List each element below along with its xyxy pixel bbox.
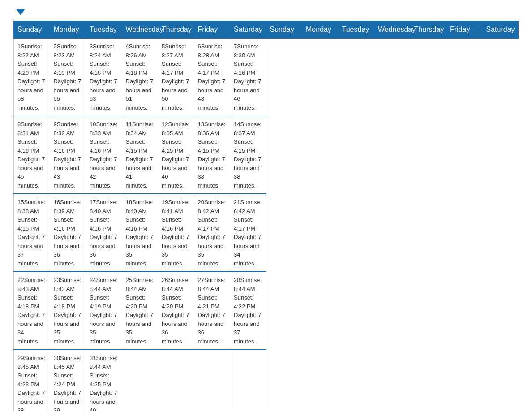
day-number: 23 [54,277,60,283]
sunrise-text: Sunrise: 8:31 AM [17,121,42,137]
day-number: 12 [162,121,168,128]
daylight-text: Daylight: 7 hours and 35 minutes. [54,312,81,345]
calendar-cell: 16Sunrise: 8:39 AMSunset: 4:16 PMDayligh… [50,194,86,272]
header-friday: Friday [194,21,230,39]
daylight-text: Daylight: 7 hours and 40 minutes. [162,156,189,189]
logo-general [13,9,25,14]
day-number: 21 [234,199,240,206]
sunrise-text: Sunrise: 8:32 AM [54,121,78,137]
day-number: 11 [126,121,132,128]
calendar-cell [194,350,230,411]
sunset-text: Sunset: 4:19 PM [54,60,75,76]
sunset-text: Sunset: 4:15 PM [126,138,147,154]
sunset-text: Sunset: 4:15 PM [198,138,219,154]
daylight-text: Daylight: 7 hours and 34 minutes. [17,312,45,345]
sunset-text: Sunset: 4:24 PM [54,372,75,388]
daylight-text: Daylight: 7 hours and 35 minutes. [162,234,189,267]
daylight-text: Daylight: 7 hours and 45 minutes. [17,156,45,189]
header-saturday: Saturday [230,21,266,39]
week-row-4: 22Sunrise: 8:43 AMSunset: 4:18 PMDayligh… [14,272,519,350]
daylight-text: Daylight: 7 hours and 53 minutes. [90,78,117,111]
header-thursday: Thursday [158,21,194,39]
calendar-cell: 27Sunrise: 8:44 AMSunset: 4:21 PMDayligh… [194,272,230,350]
sunset-text: Sunset: 4:17 PM [234,216,255,232]
sunset-text: Sunset: 4:16 PM [17,138,39,154]
calendar-cell: 22Sunrise: 8:43 AMSunset: 4:18 PMDayligh… [14,272,50,350]
col-header-tuesday: Tuesday [338,21,374,39]
sunset-text: Sunset: 4:16 PM [54,216,75,232]
daylight-text: Daylight: 7 hours and 55 minutes. [54,78,81,111]
sunset-text: Sunset: 4:16 PM [162,216,183,232]
calendar-cell: 13Sunrise: 8:36 AMSunset: 4:15 PMDayligh… [194,116,230,194]
day-number: 29 [17,355,24,361]
day-number: 14 [234,121,240,128]
col-header-wednesday: Wednesday [374,21,411,39]
calendar-cell: 6Sunrise: 8:28 AMSunset: 4:17 PMDaylight… [194,39,230,116]
calendar-cell: 1Sunrise: 8:22 AMSunset: 4:20 PMDaylight… [14,39,50,116]
sunset-text: Sunset: 4:16 PM [90,138,111,154]
sunset-text: Sunset: 4:20 PM [17,60,39,76]
page-header [13,9,519,13]
daylight-text: Daylight: 7 hours and 36 minutes. [162,312,189,345]
calendar-cell: 29Sunrise: 8:45 AMSunset: 4:23 PMDayligh… [14,350,50,411]
sunrise-text: Sunrise: 8:27 AM [162,43,186,59]
daylight-text: Daylight: 7 hours and 43 minutes. [54,156,81,189]
logo [13,9,25,13]
sunset-text: Sunset: 4:19 PM [90,294,111,310]
calendar-cell: 14Sunrise: 8:37 AMSunset: 4:15 PMDayligh… [230,116,266,194]
daylight-text: Daylight: 7 hours and 36 minutes. [54,234,81,267]
col-header-friday: Friday [446,21,483,39]
calendar-cell: 4Sunrise: 8:26 AMSunset: 4:18 PMDaylight… [122,39,158,116]
calendar-cell: 31Sunrise: 8:44 AMSunset: 4:25 PMDayligh… [86,350,122,411]
week-row-2: 8Sunrise: 8:31 AMSunset: 4:16 PMDaylight… [14,116,519,194]
sunrise-text: Sunrise: 8:28 AM [198,43,223,59]
sunset-text: Sunset: 4:17 PM [198,216,219,232]
sunset-text: Sunset: 4:15 PM [17,216,39,232]
sunset-text: Sunset: 4:16 PM [90,216,111,232]
sunset-text: Sunset: 4:20 PM [126,294,147,310]
daylight-text: Daylight: 7 hours and 50 minutes. [162,78,189,111]
sunset-text: Sunset: 4:16 PM [126,216,147,232]
sunset-text: Sunset: 4:16 PM [234,60,255,76]
daylight-text: Daylight: 7 hours and 36 minutes. [198,312,225,345]
day-number: 10 [90,121,96,128]
calendar-cell: 5Sunrise: 8:27 AMSunset: 4:17 PMDaylight… [158,39,194,116]
calendar-table: SundayMondayTuesdayWednesdayThursdayFrid… [13,21,519,411]
sunrise-text: Sunrise: 8:22 AM [17,43,42,59]
daylight-text: Daylight: 7 hours and 35 minutes. [198,234,225,267]
sunset-text: Sunset: 4:15 PM [234,138,255,154]
calendar-cell: 10Sunrise: 8:33 AMSunset: 4:16 PMDayligh… [86,116,122,194]
day-number: 17 [90,199,96,206]
sunset-text: Sunset: 4:17 PM [198,60,219,76]
day-number: 28 [234,277,240,283]
sunset-text: Sunset: 4:21 PM [198,294,219,310]
day-number: 24 [90,277,96,283]
day-number: 27 [198,277,204,283]
sunset-text: Sunset: 4:18 PM [17,294,39,310]
daylight-text: Daylight: 7 hours and 40 minutes. [90,390,117,411]
day-number: 15 [17,199,24,206]
header-wednesday: Wednesday [122,21,158,39]
day-number: 26 [162,277,168,283]
header-sunday: Sunday [14,21,50,39]
calendar-cell: 25Sunrise: 8:44 AMSunset: 4:20 PMDayligh… [122,272,158,350]
day-number: 20 [198,199,204,206]
sunset-text: Sunset: 4:18 PM [90,60,111,76]
day-number: 9 [54,121,57,128]
sunrise-text: Sunrise: 8:30 AM [234,43,258,59]
sunrise-text: Sunrise: 8:23 AM [54,43,78,59]
calendar-cell: 2Sunrise: 8:23 AMSunset: 4:19 PMDaylight… [50,39,86,116]
calendar-cell [158,350,194,411]
day-number: 31 [90,355,96,361]
calendar-cell: 26Sunrise: 8:44 AMSunset: 4:20 PMDayligh… [158,272,194,350]
col-header-saturday: Saturday [482,21,519,39]
calendar-cell: 11Sunrise: 8:34 AMSunset: 4:15 PMDayligh… [122,116,158,194]
calendar-cell: 19Sunrise: 8:41 AMSunset: 4:16 PMDayligh… [158,194,194,272]
daylight-text: Daylight: 7 hours and 58 minutes. [17,78,45,111]
calendar-cell: 15Sunrise: 8:38 AMSunset: 4:15 PMDayligh… [14,194,50,272]
calendar-cell: 7Sunrise: 8:30 AMSunset: 4:16 PMDaylight… [230,39,266,116]
daylight-text: Daylight: 7 hours and 48 minutes. [198,78,225,111]
daylight-text: Daylight: 7 hours and 46 minutes. [234,78,261,111]
sunset-text: Sunset: 4:18 PM [54,294,75,310]
daylight-text: Daylight: 7 hours and 35 minutes. [90,312,117,345]
